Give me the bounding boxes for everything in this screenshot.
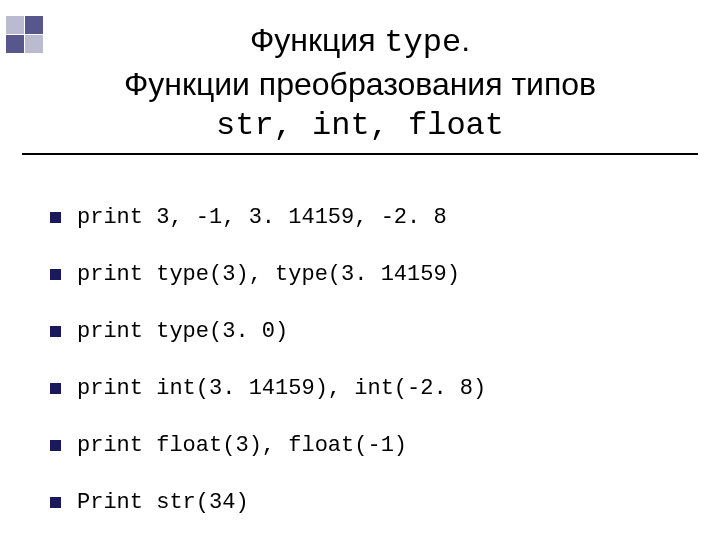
list-item: print 3, -1, 3. 14159, -2. 8 — [50, 205, 670, 230]
list-item-text: print 3, -1, 3. 14159, -2. 8 — [77, 205, 447, 230]
list-item: print int(3. 14159), int(-2. 8) — [50, 376, 670, 401]
bullet-icon — [50, 269, 61, 280]
title-line1-mono: type — [384, 24, 461, 61]
list-item-text: print int(3. 14159), int(-2. 8) — [77, 376, 486, 401]
list-item: print float(3), float(-1) — [50, 433, 670, 458]
list-item: Print str(34) — [50, 490, 670, 515]
bullet-icon — [50, 326, 61, 337]
list-item: print type(3), type(3. 14159) — [50, 262, 670, 287]
bullet-list: print 3, -1, 3. 14159, -2. 8 print type(… — [0, 175, 720, 540]
bullet-icon — [50, 497, 61, 508]
title-line3: str, int, float — [0, 105, 720, 147]
corner-decoration — [0, 0, 70, 70]
bullet-icon — [50, 440, 61, 451]
list-item-text: print type(3. 0) — [77, 319, 288, 344]
title-line1-sans: Функция — [250, 22, 384, 58]
slide-title: Функция type. Функции преобразования тип… — [0, 0, 720, 175]
bullet-icon — [50, 212, 61, 223]
square-icon — [6, 35, 24, 53]
title-line2: Функции преобразования типов — [0, 64, 720, 106]
square-icon — [25, 35, 43, 53]
list-item: print type(3. 0) — [50, 319, 670, 344]
list-item-text: print type(3), type(3. 14159) — [77, 262, 460, 287]
title-line1-suffix: . — [461, 22, 470, 58]
square-icon — [6, 16, 24, 34]
list-item-text: print float(3), float(-1) — [77, 433, 407, 458]
square-icon — [25, 16, 43, 34]
bullet-icon — [50, 383, 61, 394]
list-item-text: Print str(34) — [77, 490, 249, 515]
title-underline — [22, 153, 698, 155]
